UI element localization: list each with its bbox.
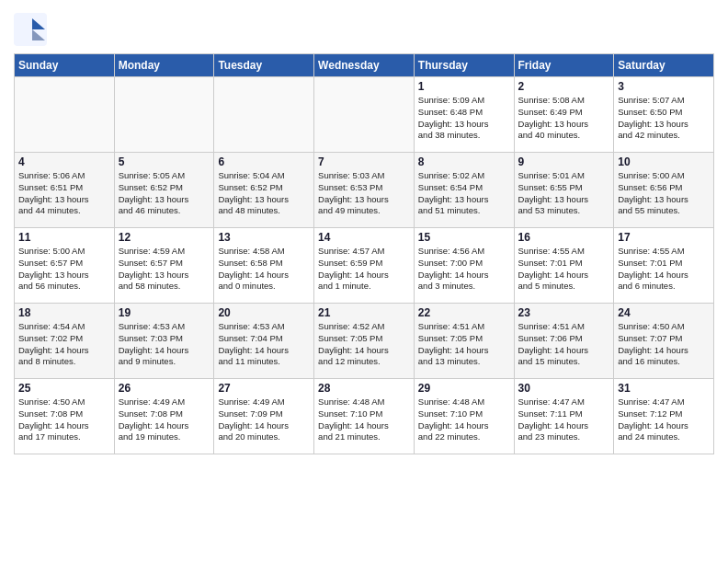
day-info: Sunrise: 5:09 AM Sunset: 6:48 PM Dayligh… [418, 95, 510, 142]
day-info: Sunrise: 5:05 AM Sunset: 6:52 PM Dayligh… [119, 170, 210, 217]
calendar-cell: 20Sunrise: 4:53 AM Sunset: 7:04 PM Dayli… [214, 304, 314, 379]
day-number: 14 [318, 231, 410, 244]
weekday-header: Thursday [414, 54, 514, 77]
day-number: 13 [218, 231, 310, 244]
calendar-cell: 18Sunrise: 4:54 AM Sunset: 7:02 PM Dayli… [15, 304, 115, 379]
calendar-week-row: 4Sunrise: 5:06 AM Sunset: 6:51 PM Daylig… [15, 153, 714, 228]
day-number: 2 [518, 80, 610, 93]
day-number: 1 [418, 80, 510, 93]
weekday-header: Tuesday [214, 54, 314, 77]
day-info: Sunrise: 4:53 AM Sunset: 7:04 PM Dayligh… [218, 321, 310, 368]
calendar-cell: 26Sunrise: 4:49 AM Sunset: 7:08 PM Dayli… [114, 379, 214, 454]
day-number: 21 [318, 306, 410, 319]
day-number: 10 [618, 155, 710, 168]
calendar-cell: 10Sunrise: 5:00 AM Sunset: 6:56 PM Dayli… [614, 153, 714, 228]
calendar-cell: 23Sunrise: 4:51 AM Sunset: 7:06 PM Dayli… [514, 304, 614, 379]
calendar-cell: 27Sunrise: 4:49 AM Sunset: 7:09 PM Dayli… [214, 379, 314, 454]
day-number: 26 [119, 382, 210, 395]
day-number: 19 [119, 306, 210, 319]
day-info: Sunrise: 5:00 AM Sunset: 6:56 PM Dayligh… [618, 170, 710, 217]
calendar-cell: 12Sunrise: 4:59 AM Sunset: 6:57 PM Dayli… [114, 228, 214, 304]
day-info: Sunrise: 4:59 AM Sunset: 6:57 PM Dayligh… [119, 246, 210, 293]
weekday-header-row: SundayMondayTuesdayWednesdayThursdayFrid… [15, 54, 714, 77]
calendar-cell [15, 77, 115, 153]
calendar-cell: 19Sunrise: 4:53 AM Sunset: 7:03 PM Dayli… [114, 304, 214, 379]
logo [14, 13, 51, 46]
calendar-week-row: 18Sunrise: 4:54 AM Sunset: 7:02 PM Dayli… [15, 304, 714, 379]
calendar-cell: 1Sunrise: 5:09 AM Sunset: 6:48 PM Daylig… [414, 77, 514, 153]
day-number: 16 [518, 231, 610, 244]
day-info: Sunrise: 5:06 AM Sunset: 6:51 PM Dayligh… [18, 170, 110, 217]
calendar-cell [214, 77, 314, 153]
page-container: SundayMondayTuesdayWednesdayThursdayFrid… [0, 0, 728, 563]
day-info: Sunrise: 5:03 AM Sunset: 6:53 PM Dayligh… [318, 170, 410, 217]
weekday-header: Sunday [15, 54, 115, 77]
calendar-cell: 24Sunrise: 4:50 AM Sunset: 7:07 PM Dayli… [614, 304, 714, 379]
calendar-table: SundayMondayTuesdayWednesdayThursdayFrid… [14, 53, 714, 454]
day-number: 17 [618, 231, 710, 244]
calendar-cell: 13Sunrise: 4:58 AM Sunset: 6:58 PM Dayli… [214, 228, 314, 304]
day-info: Sunrise: 4:50 AM Sunset: 7:08 PM Dayligh… [18, 396, 110, 443]
calendar-cell: 9Sunrise: 5:01 AM Sunset: 6:55 PM Daylig… [514, 153, 614, 228]
day-number: 28 [318, 382, 410, 395]
calendar-cell: 4Sunrise: 5:06 AM Sunset: 6:51 PM Daylig… [15, 153, 115, 228]
day-info: Sunrise: 4:47 AM Sunset: 7:12 PM Dayligh… [618, 396, 710, 443]
calendar-cell: 5Sunrise: 5:05 AM Sunset: 6:52 PM Daylig… [114, 153, 214, 228]
day-number: 8 [418, 155, 510, 168]
day-info: Sunrise: 4:51 AM Sunset: 7:05 PM Dayligh… [418, 321, 510, 368]
day-info: Sunrise: 5:08 AM Sunset: 6:49 PM Dayligh… [518, 95, 610, 142]
day-info: Sunrise: 4:49 AM Sunset: 7:08 PM Dayligh… [119, 396, 210, 443]
day-number: 15 [418, 231, 510, 244]
day-info: Sunrise: 4:57 AM Sunset: 6:59 PM Dayligh… [318, 246, 410, 293]
day-info: Sunrise: 4:58 AM Sunset: 6:58 PM Dayligh… [218, 246, 310, 293]
day-number: 31 [618, 382, 710, 395]
day-number: 29 [418, 382, 510, 395]
day-info: Sunrise: 4:54 AM Sunset: 7:02 PM Dayligh… [18, 321, 110, 368]
day-info: Sunrise: 4:55 AM Sunset: 7:01 PM Dayligh… [618, 246, 710, 293]
calendar-cell: 17Sunrise: 4:55 AM Sunset: 7:01 PM Dayli… [614, 228, 714, 304]
calendar-week-row: 1Sunrise: 5:09 AM Sunset: 6:48 PM Daylig… [15, 77, 714, 153]
calendar-cell: 31Sunrise: 4:47 AM Sunset: 7:12 PM Dayli… [614, 379, 714, 454]
day-info: Sunrise: 4:51 AM Sunset: 7:06 PM Dayligh… [518, 321, 610, 368]
calendar-cell: 15Sunrise: 4:56 AM Sunset: 7:00 PM Dayli… [414, 228, 514, 304]
calendar-week-row: 11Sunrise: 5:00 AM Sunset: 6:57 PM Dayli… [15, 228, 714, 304]
day-number: 9 [518, 155, 610, 168]
day-number: 3 [618, 80, 710, 93]
calendar-week-row: 25Sunrise: 4:50 AM Sunset: 7:08 PM Dayli… [15, 379, 714, 454]
day-info: Sunrise: 4:47 AM Sunset: 7:11 PM Dayligh… [518, 396, 610, 443]
calendar-cell: 7Sunrise: 5:03 AM Sunset: 6:53 PM Daylig… [314, 153, 415, 228]
day-number: 12 [119, 231, 210, 244]
calendar-cell: 3Sunrise: 5:07 AM Sunset: 6:50 PM Daylig… [614, 77, 714, 153]
day-number: 30 [518, 382, 610, 395]
day-info: Sunrise: 4:55 AM Sunset: 7:01 PM Dayligh… [518, 246, 610, 293]
day-number: 24 [618, 306, 710, 319]
day-number: 6 [218, 155, 310, 168]
day-number: 23 [518, 306, 610, 319]
weekday-header: Friday [514, 54, 614, 77]
calendar-cell: 11Sunrise: 5:00 AM Sunset: 6:57 PM Dayli… [15, 228, 115, 304]
day-info: Sunrise: 4:53 AM Sunset: 7:03 PM Dayligh… [119, 321, 210, 368]
day-info: Sunrise: 4:48 AM Sunset: 7:10 PM Dayligh… [318, 396, 410, 443]
calendar-cell: 14Sunrise: 4:57 AM Sunset: 6:59 PM Dayli… [314, 228, 415, 304]
weekday-header: Wednesday [314, 54, 415, 77]
weekday-header: Saturday [614, 54, 714, 77]
day-number: 25 [18, 382, 110, 395]
calendar-cell: 28Sunrise: 4:48 AM Sunset: 7:10 PM Dayli… [314, 379, 415, 454]
day-number: 18 [18, 306, 110, 319]
calendar-cell: 30Sunrise: 4:47 AM Sunset: 7:11 PM Dayli… [514, 379, 614, 454]
day-info: Sunrise: 5:07 AM Sunset: 6:50 PM Dayligh… [618, 95, 710, 142]
day-info: Sunrise: 4:52 AM Sunset: 7:05 PM Dayligh… [318, 321, 410, 368]
day-info: Sunrise: 4:50 AM Sunset: 7:07 PM Dayligh… [618, 321, 710, 368]
day-number: 20 [218, 306, 310, 319]
day-number: 22 [418, 306, 510, 319]
calendar-cell: 25Sunrise: 4:50 AM Sunset: 7:08 PM Dayli… [15, 379, 115, 454]
calendar-cell [114, 77, 214, 153]
day-number: 11 [18, 231, 110, 244]
calendar-cell: 21Sunrise: 4:52 AM Sunset: 7:05 PM Dayli… [314, 304, 415, 379]
day-number: 5 [119, 155, 210, 168]
logo-icon [14, 13, 47, 46]
day-info: Sunrise: 4:56 AM Sunset: 7:00 PM Dayligh… [418, 246, 510, 293]
day-info: Sunrise: 4:49 AM Sunset: 7:09 PM Dayligh… [218, 396, 310, 443]
calendar-cell: 16Sunrise: 4:55 AM Sunset: 7:01 PM Dayli… [514, 228, 614, 304]
page-header [14, 9, 714, 46]
